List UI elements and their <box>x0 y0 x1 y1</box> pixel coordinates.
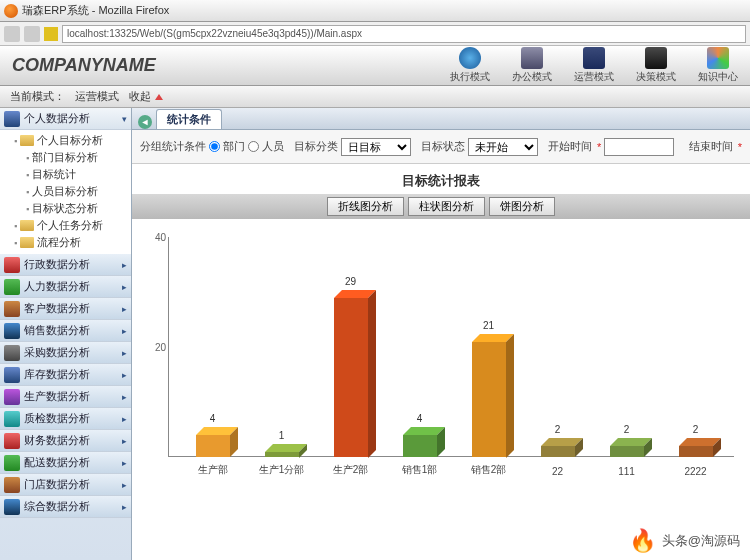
bar-value: 2 <box>679 424 713 435</box>
tab-bar-chart[interactable]: 柱状图分析 <box>408 197 485 216</box>
tab-bar: ◄ 统计条件 <box>132 108 750 130</box>
chart-type-tabs: 折线图分析 柱状图分析 饼图分析 <box>132 194 750 219</box>
filter-cat-label: 目标分类 <box>294 139 338 154</box>
tree-node[interactable]: 部门目标分析 <box>26 149 131 166</box>
window-title: 瑞森ERP系统 - Mozilla Firefox <box>22 3 169 18</box>
tab-pie-chart[interactable]: 饼图分析 <box>489 197 555 216</box>
filter-state-label: 目标状态 <box>421 139 465 154</box>
watermark: 🔥 头条@淘源码 <box>629 528 740 554</box>
bars-container: 4生产部1生产1分部29生产2部4销售1部21销售2部222211122222 <box>178 237 730 457</box>
sidebar-module[interactable]: 财务数据分析▸ <box>0 430 131 452</box>
sidebar-item-personal[interactable]: 个人数据分析▾ <box>0 108 131 130</box>
flame-icon: 🔥 <box>629 528 656 554</box>
bar: 4生产部 <box>178 435 247 457</box>
bar-value: 4 <box>196 413 230 424</box>
module-icon <box>4 411 20 427</box>
chevron-right-icon: ▸ <box>122 348 127 358</box>
module-icon <box>4 499 20 515</box>
bar-label: 2222 <box>661 466 730 477</box>
sidebar-module[interactable]: 生产数据分析▸ <box>0 386 131 408</box>
module-icon <box>4 433 20 449</box>
chevron-right-icon: ▸ <box>122 502 127 512</box>
tree-node-sibling[interactable]: 个人任务分析 <box>14 217 131 234</box>
bar: 29生产2部 <box>316 298 385 458</box>
arrow-up-icon <box>155 94 163 100</box>
radio-person[interactable] <box>248 141 259 152</box>
sidebar-module[interactable]: 配送数据分析▸ <box>0 452 131 474</box>
window-titlebar: 瑞森ERP系统 - Mozilla Firefox <box>0 0 750 22</box>
y-axis <box>168 237 169 457</box>
user-icon <box>4 111 20 127</box>
chevron-right-icon: ▸ <box>122 414 127 424</box>
tree-node-sibling[interactable]: 流程分析 <box>14 234 131 251</box>
sidebar: 个人数据分析▾ 个人目标分析 部门目标分析 目标统计 人员目标分析 目标状态分析… <box>0 108 132 560</box>
folder-icon <box>20 220 34 231</box>
collapse-toggle[interactable]: 收起 <box>129 89 163 104</box>
bar-label: 生产2部 <box>316 463 385 477</box>
sidebar-module[interactable]: 人力数据分析▸ <box>0 276 131 298</box>
radio-dept[interactable] <box>209 141 220 152</box>
bar-label: 销售2部 <box>454 463 523 477</box>
chevron-right-icon: ▸ <box>122 392 127 402</box>
tree-node[interactable]: 人员目标分析 <box>26 183 131 200</box>
select-state[interactable]: 未开始 <box>468 138 538 156</box>
sidebar-module[interactable]: 采购数据分析▸ <box>0 342 131 364</box>
bar-label: 22 <box>523 466 592 477</box>
tree-node-root[interactable]: 个人目标分析 <box>14 132 131 149</box>
tab-line-chart[interactable]: 折线图分析 <box>327 197 404 216</box>
module-icon <box>4 323 20 339</box>
module-icon <box>4 301 20 317</box>
module-icon <box>4 279 20 295</box>
address-bar: localhost:13325/Web/(S(gm5cpx22vzneiu45e… <box>0 22 750 46</box>
sidebar-module[interactable]: 行政数据分析▸ <box>0 254 131 276</box>
bar-label: 生产部 <box>178 463 247 477</box>
tree-node[interactable]: 目标状态分析 <box>26 200 131 217</box>
operate-icon <box>583 47 605 69</box>
chevron-right-icon: ▸ <box>122 458 127 468</box>
bar: 222 <box>523 446 592 457</box>
input-start-time[interactable] <box>604 138 674 156</box>
back-button[interactable] <box>4 26 20 42</box>
decision-icon <box>645 47 667 69</box>
tab-stats[interactable]: 统计条件 <box>156 109 222 129</box>
chevron-right-icon: ▸ <box>122 370 127 380</box>
select-category[interactable]: 日目标 <box>341 138 411 156</box>
nav-operate-mode[interactable]: 运营模式 <box>574 47 614 84</box>
y-tick: 40 <box>140 232 166 243</box>
bar-label: 销售1部 <box>385 463 454 477</box>
nav-exec-mode[interactable]: 执行模式 <box>450 47 490 84</box>
sidebar-module[interactable]: 客户数据分析▸ <box>0 298 131 320</box>
y-tick: 20 <box>140 342 166 353</box>
chevron-right-icon: ▸ <box>122 480 127 490</box>
tree-node[interactable]: 目标统计 <box>26 166 131 183</box>
bar-label: 生产1分部 <box>247 463 316 477</box>
nav-decision-mode[interactable]: 决策模式 <box>636 47 676 84</box>
filter-start-label: 开始时间 <box>548 139 592 154</box>
folder-icon <box>20 237 34 248</box>
chevron-right-icon: ▸ <box>122 304 127 314</box>
module-icon <box>4 389 20 405</box>
bar: 22222 <box>661 446 730 457</box>
nav-knowledge[interactable]: 知识中心 <box>698 47 738 84</box>
nav-office-mode[interactable]: 办公模式 <box>512 47 552 84</box>
bar: 4销售1部 <box>385 435 454 457</box>
chevron-right-icon: ▸ <box>122 260 127 270</box>
sidebar-module[interactable]: 库存数据分析▸ <box>0 364 131 386</box>
sidebar-module[interactable]: 质检数据分析▸ <box>0 408 131 430</box>
module-icon <box>4 455 20 471</box>
sidebar-module[interactable]: 销售数据分析▸ <box>0 320 131 342</box>
module-icon <box>4 345 20 361</box>
chevron-right-icon: ▸ <box>122 326 127 336</box>
filter-group: 分组统计条件 部门 人员 <box>140 139 284 154</box>
sidebar-module[interactable]: 综合数据分析▸ <box>0 496 131 518</box>
module-icon <box>4 477 20 493</box>
knowledge-icon <box>707 47 729 69</box>
forward-button[interactable] <box>24 26 40 42</box>
bar-value: 4 <box>403 413 437 424</box>
tab-back-button[interactable]: ◄ <box>138 115 152 129</box>
bar-value: 29 <box>334 276 368 287</box>
sidebar-module[interactable]: 门店数据分析▸ <box>0 474 131 496</box>
mode-statusbar: 当前模式： 运营模式 收起 <box>0 86 750 108</box>
mode-value: 运营模式 <box>75 89 119 104</box>
url-input[interactable]: localhost:13325/Web/(S(gm5cpx22vzneiu45e… <box>62 25 746 43</box>
